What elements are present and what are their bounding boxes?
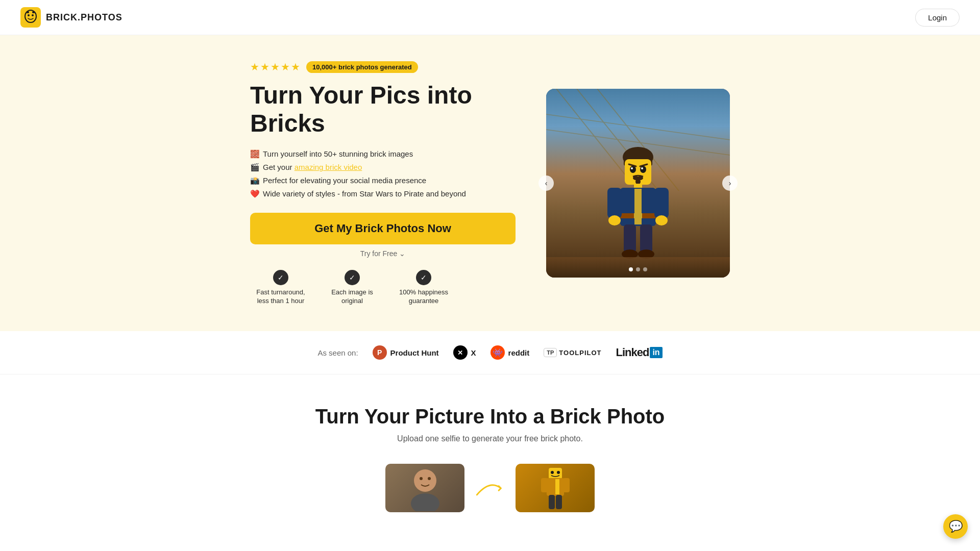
svg-point-44 [411,493,439,511]
brand-product-hunt: P Product Hunt [373,345,439,360]
svg-point-30 [636,194,640,198]
carousel-dot-2[interactable] [636,267,640,271]
check-icon-1: ✓ [273,270,288,285]
chat-widget[interactable]: 💬 [943,514,968,539]
demo-lego-svg [537,465,573,511]
login-button[interactable]: Login [915,9,960,27]
svg-point-45 [420,477,423,480]
feature-2-emoji: 🎬 [250,163,260,172]
svg-rect-40 [640,224,652,253]
hero-features: 🧱 Turn yourself into 50+ stunning brick … [250,149,516,198]
trust-label-1: Fast turnaround, less than 1 hour [250,288,311,306]
lego-svg [597,138,679,260]
badge: 10,000+ brick photos generated [306,61,418,73]
stars-badge: ★★★★★ 10,000+ brick photos generated [250,61,516,73]
brand-x: ✕ X [453,345,476,360]
carousel-next-button[interactable]: › [722,176,738,191]
trust-label-3: 100% happiness guarantee [393,288,454,306]
feature-1-emoji: 🧱 [250,149,260,159]
toolpilot-icon: TP [544,348,557,357]
svg-rect-39 [624,224,636,253]
transform-arrow [475,475,505,501]
hero-background [546,89,730,278]
svg-rect-53 [562,478,570,492]
brand-linkedin: Linked in [616,346,663,359]
svg-point-38 [655,215,668,226]
svg-rect-54 [549,495,555,509]
brick-video-link[interactable]: amazing brick video [295,163,362,171]
trust-item-3: ✓ 100% happiness guarantee [393,270,454,306]
logo-area: BRICK.PHOTOS [20,7,122,28]
svg-point-19 [640,166,646,173]
logo-text: BRICK.PHOTOS [46,12,122,23]
svg-point-31 [636,202,640,206]
feature-1: 🧱 Turn yourself into 50+ stunning brick … [250,149,516,159]
product-hunt-icon: P [373,345,387,360]
check-icon-3: ✓ [416,270,431,285]
carousel-dot-3[interactable] [643,267,647,271]
feature-4-text: Wide variety of styles - from Star Wars … [263,189,466,198]
bottom-section: Turn Your Picture Into a Brick Photo Upl… [0,374,980,543]
trust-item-2: ✓ Each image is original [322,270,383,306]
features-row: ✓ Fast turnaround, less than 1 hour ✓ Ea… [250,270,516,306]
carousel-prev-button[interactable]: ‹ [538,176,554,191]
linkedin-text: Linked [616,346,649,359]
svg-point-49 [557,471,560,474]
lego-figure [597,138,679,262]
arrow-svg [475,475,505,501]
cta-button[interactable]: Get My Brick Photos Now [250,213,516,244]
header: BRICK.PHOTOS Login [0,0,980,35]
product-hunt-label: Product Hunt [390,348,439,357]
toolpilot-label: TOOLPILOT [559,349,601,357]
stars: ★★★★★ [250,61,301,73]
reddit-label: reddit [508,348,530,357]
svg-point-3 [32,14,34,16]
svg-rect-35 [607,188,622,218]
try-free-label: Try for Free ⌄ [250,249,516,258]
chat-icon: 💬 [949,520,963,533]
svg-rect-47 [549,468,562,479]
feature-1-text: Turn yourself into 50+ stunning brick im… [263,149,413,158]
brand-toolpilot: TP TOOLPILOT [544,348,601,357]
svg-point-21 [641,167,643,169]
feature-3-emoji: 📸 [250,176,260,185]
trust-item-1: ✓ Fast turnaround, less than 1 hour [250,270,311,306]
as-seen-on-section: As seen on: P Product Hunt ✕ X 👾 reddit … [0,331,980,374]
x-icon: ✕ [453,345,468,360]
svg-rect-34 [634,213,642,218]
feature-4: ❤️ Wide variety of styles - from Star Wa… [250,189,516,198]
svg-point-20 [631,167,633,169]
feature-3-text: Perfect for elevating your social media … [263,176,426,185]
carousel-dot-1[interactable] [629,267,633,271]
check-icon-2: ✓ [345,270,360,285]
hero-title: Turn Your Pics into Bricks [250,81,516,137]
transform-demo [20,464,960,512]
bottom-title: Turn Your Picture Into a Brick Photo [20,405,960,428]
svg-rect-5 [32,11,35,13]
as-seen-label: As seen on: [317,348,358,357]
hero-image-area: ↷ [546,89,730,278]
svg-point-46 [428,477,431,480]
svg-rect-55 [556,495,562,509]
trust-label-2: Each image is original [322,288,383,306]
feature-2-text: Get your amazing brick video [263,163,362,171]
reddit-icon: 👾 [491,345,505,360]
linkedin-box-icon: in [650,347,662,358]
bottom-subtitle: Upload one selfie to generate your free … [20,434,960,443]
feature-3: 📸 Perfect for elevating your social medi… [250,176,516,185]
feature-4-emoji: ❤️ [250,189,260,198]
svg-point-37 [608,215,621,226]
svg-line-13 [546,114,730,140]
svg-rect-52 [541,478,548,492]
demo-lego-image [516,464,595,512]
svg-point-32 [636,210,640,214]
x-label: X [471,348,476,357]
svg-point-48 [551,471,554,474]
person-svg [402,465,448,511]
svg-rect-51 [555,479,559,494]
carousel-dots [629,267,647,271]
hero-section: ★★★★★ 10,000+ brick photos generated Tur… [0,35,980,331]
hero-image-container: ↷ [546,89,730,278]
svg-rect-4 [27,11,29,13]
brand-reddit: 👾 reddit [491,345,530,360]
